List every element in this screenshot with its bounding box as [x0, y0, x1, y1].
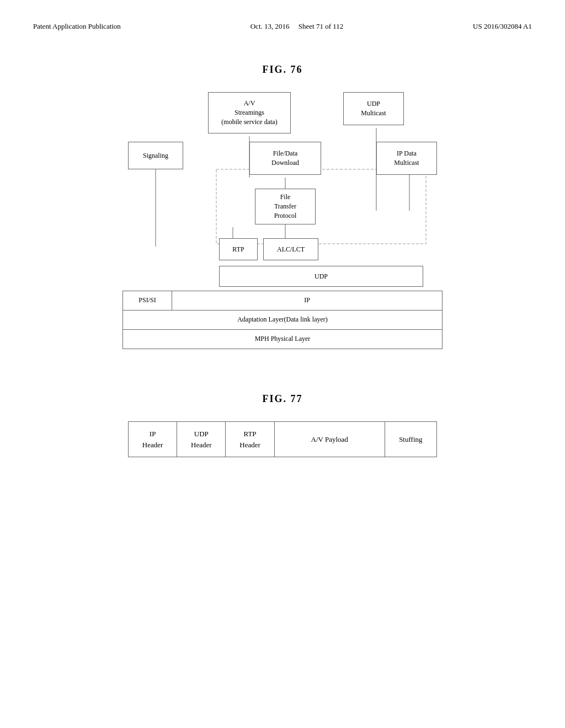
adaptation-layer-box: Adaptation Layer(Data link layer): [122, 310, 443, 330]
fig77-cell-stuffing: Stuffing: [385, 422, 436, 457]
header-date: Oct. 13, 2016: [250, 22, 290, 30]
fig77-cell-ip: IP Header: [129, 422, 177, 457]
fig77-section: FIG. 77 IP Header UDP Header RTP: [33, 393, 532, 457]
av-streamings-box: A/V Streamings (mobile service data): [208, 92, 291, 133]
rtp-box: RTP: [219, 238, 258, 260]
mph-physical-layer-box: MPH Physical Layer: [122, 329, 443, 349]
fig77-table: IP Header UDP Header RTP Header A/V Pa: [128, 421, 437, 457]
fig76-title: FIG. 76: [33, 64, 532, 76]
fig76-upper: A/V Streamings (mobile service data) UDP…: [122, 92, 443, 291]
header-date-sheet: Oct. 13, 2016 Sheet 71 of 112: [250, 22, 344, 31]
ip-data-multicast-box: IP Data Multicast: [376, 142, 437, 175]
file-data-download-box: File/Data Download: [249, 142, 321, 175]
page-header: Patent Application Publication Oct. 13, …: [33, 22, 532, 31]
psi-si-box: PSI/SI: [122, 291, 172, 311]
fig76-diagram: A/V Streamings (mobile service data) UDP…: [122, 92, 443, 349]
alc-lct-box: ALC/LCT: [263, 238, 318, 260]
fig77-cell-av-payload: A/V Payload: [274, 422, 385, 457]
fig77-diagram: IP Header UDP Header RTP Header A/V Pa: [128, 421, 437, 457]
fig77-cell-udp: UDP Header: [177, 422, 226, 457]
fig77-cell-rtp: RTP Header: [226, 422, 274, 457]
page: Patent Application Publication Oct. 13, …: [0, 0, 565, 728]
fig76-layers: PSI/SI IP Adaptation Layer(Data link lay…: [122, 291, 443, 349]
header-sheet: Sheet 71 of 112: [299, 22, 343, 30]
fig77-row: IP Header UDP Header RTP Header A/V Pa: [129, 422, 437, 457]
psi-ip-row: PSI/SI IP: [122, 291, 443, 311]
svg-rect-7: [216, 169, 426, 244]
fig76-section: FIG. 76: [33, 64, 532, 349]
header-patent-number: US 2016/302084 A1: [473, 22, 532, 31]
udp-multicast-box: UDP Multicast: [343, 92, 404, 125]
header-publication-label: Patent Application Publication: [33, 22, 121, 31]
fig77-title: FIG. 77: [33, 393, 532, 405]
udp-box: UDP: [219, 266, 423, 287]
file-transfer-protocol-box: File Transfer Protocol: [255, 189, 316, 224]
signaling-box: Signaling: [128, 142, 183, 169]
ip-box: IP: [172, 291, 443, 311]
